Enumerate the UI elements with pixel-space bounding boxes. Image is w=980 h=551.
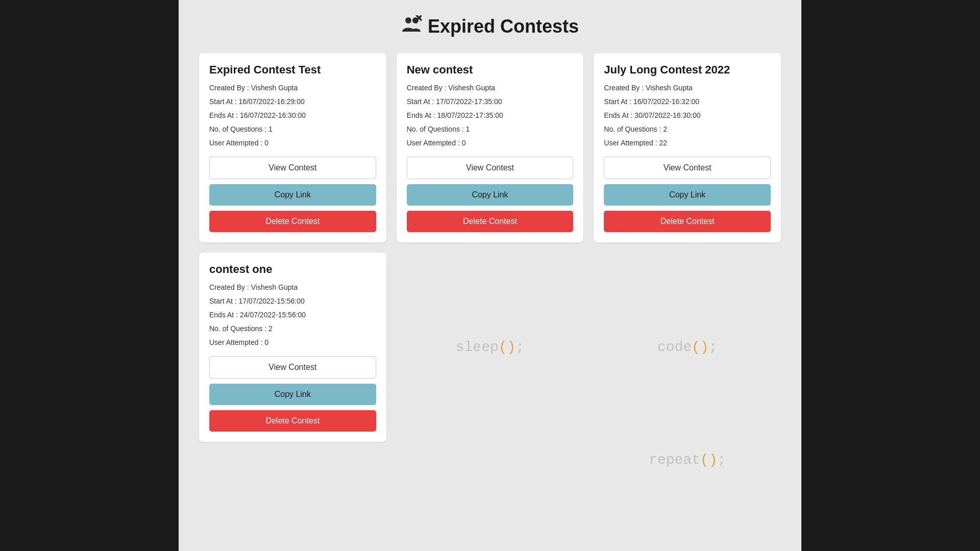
contest-start-2: Start At : 17/07/2022-17:35:00 xyxy=(407,96,574,107)
contest-title-3: July Long Contest 2022 xyxy=(604,63,771,77)
contest-attempted-3: User Attempted : 22 xyxy=(604,138,771,148)
contest-actions-2: View Contest Copy Link Delete Contest xyxy=(407,157,574,232)
contest-ends-2: Ends At : 18/07/2022-17:35:00 xyxy=(407,110,574,121)
extra-placeholder-row: repeat(); xyxy=(199,452,781,468)
placeholder-repeat-text: repeat(); xyxy=(649,452,726,468)
placeholder-code-text: code(); xyxy=(657,339,718,355)
contest-title-2: New contest xyxy=(407,63,574,77)
contest-created-4: Created By : Vishesh Gupta xyxy=(209,282,376,293)
contest-questions-4: No. of Questions : 2 xyxy=(209,323,376,334)
placeholder-repeat: repeat(); xyxy=(594,452,781,468)
contest-ends-4: Ends At : 24/07/2022-15:56:00 xyxy=(209,310,376,320)
contest-created-2: Created By : Vishesh Gupta xyxy=(407,83,574,93)
contest-card-4: contest one Created By : Vishesh Gupta S… xyxy=(199,253,386,442)
contest-questions-3: No. of Questions : 2 xyxy=(604,124,771,135)
view-contest-button-4[interactable]: View Contest xyxy=(209,356,376,379)
empty-space-1 xyxy=(199,452,386,468)
placeholder-code-paren: () xyxy=(692,339,709,355)
contest-card-3: July Long Contest 2022 Created By : Vish… xyxy=(594,53,781,242)
contest-created-3: Created By : Vishesh Gupta xyxy=(604,83,771,93)
svg-point-0 xyxy=(405,17,411,23)
contest-card-2: New contest Created By : Vishesh Gupta S… xyxy=(397,53,584,242)
contest-title-1: Expired Contest Test xyxy=(209,63,376,77)
copy-link-button-3[interactable]: Copy Link xyxy=(604,184,771,206)
placeholder-repeat-paren: () xyxy=(700,452,718,468)
contest-attempted-1: User Attempted : 0 xyxy=(209,138,376,148)
contest-ends-1: Ends At : 16/07/2022-16:30:00 xyxy=(209,110,376,121)
copy-link-button-1[interactable]: Copy Link xyxy=(209,184,376,206)
placeholder-sleep: sleep(); xyxy=(397,253,584,442)
view-contest-button-2[interactable]: View Contest xyxy=(407,157,574,179)
contest-icon xyxy=(401,15,422,38)
delete-contest-button-1[interactable]: Delete Contest xyxy=(209,211,376,232)
empty-space-2 xyxy=(397,452,584,468)
main-container: Expired Contests Expired Contest Test Cr… xyxy=(179,0,801,551)
placeholder-sleep-text: sleep(); xyxy=(456,339,524,355)
contest-start-3: Start At : 16/07/2022-16:32:00 xyxy=(604,96,771,107)
copy-link-button-2[interactable]: Copy Link xyxy=(407,184,574,206)
contest-actions-4: View Contest Copy Link Delete Contest xyxy=(209,356,376,432)
delete-contest-button-3[interactable]: Delete Contest xyxy=(604,211,771,232)
placeholder-code: code(); xyxy=(594,253,781,442)
view-contest-button-1[interactable]: View Contest xyxy=(209,157,376,179)
contest-start-1: Start At : 16/07/2022-16:29:00 xyxy=(209,96,376,107)
contest-attempted-2: User Attempted : 0 xyxy=(407,138,574,148)
contest-questions-1: No. of Questions : 1 xyxy=(209,124,376,135)
contest-card-1: Expired Contest Test Created By : Vishes… xyxy=(199,53,386,242)
view-contest-button-3[interactable]: View Contest xyxy=(604,157,771,179)
contest-actions-3: View Contest Copy Link Delete Contest xyxy=(604,157,771,232)
delete-contest-button-2[interactable]: Delete Contest xyxy=(407,211,574,232)
page-header: Expired Contests xyxy=(199,15,781,38)
copy-link-button-4[interactable]: Copy Link xyxy=(209,384,376,405)
contest-ends-3: Ends At : 30/07/2022-16:30:00 xyxy=(604,110,771,121)
top-cards-grid: Expired Contest Test Created By : Vishes… xyxy=(199,53,781,242)
contest-actions-1: View Contest Copy Link Delete Contest xyxy=(209,157,376,232)
contest-attempted-4: User Attempted : 0 xyxy=(209,337,376,348)
contest-created-1: Created By : Vishesh Gupta xyxy=(209,83,376,93)
contest-title-4: contest one xyxy=(209,263,376,276)
delete-contest-button-4[interactable]: Delete Contest xyxy=(209,410,376,432)
contest-questions-2: No. of Questions : 1 xyxy=(407,124,574,135)
bottom-cards-grid: contest one Created By : Vishesh Gupta S… xyxy=(199,253,781,442)
contest-start-4: Start At : 17/07/2022-15:56:00 xyxy=(209,296,376,307)
page-title: Expired Contests xyxy=(428,16,579,37)
placeholder-sleep-paren: () xyxy=(499,339,516,355)
